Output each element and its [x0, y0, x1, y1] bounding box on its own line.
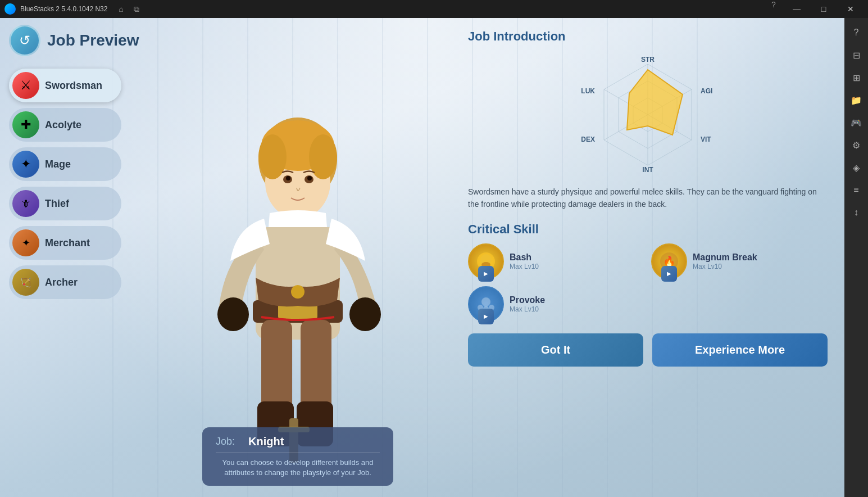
svg-point-17	[349, 297, 381, 331]
job-name-row: Job: Knight	[216, 435, 380, 448]
archer-label: Archer	[45, 277, 78, 288]
close-button[interactable]: ✕	[838, 0, 864, 18]
magnum-info: Magnum Break Max Lv10	[693, 252, 757, 270]
bash-info: Bash Max Lv10	[510, 252, 539, 270]
job-item-swordsman[interactable]: ⚔ Swordsman	[9, 69, 121, 102]
skill-item-magnum: 🔥 ▶ Magnum Break Max Lv10	[651, 243, 828, 279]
svg-point-7	[286, 176, 290, 180]
skills-grid: ▶ Bash Max Lv10 🔥 ▶ Magnum Break Max Lv	[468, 243, 828, 322]
magnum-play-button[interactable]: ▶	[661, 266, 677, 282]
job-list: ⚔ Swordsman ✚ Acolyte ✦ Mage 🗡 Thief ✦ M…	[9, 69, 121, 299]
job-item-archer[interactable]: 🏹 Archer	[9, 265, 121, 299]
bash-level: Max Lv10	[510, 263, 539, 270]
experience-more-button[interactable]: Experience More	[652, 333, 828, 367]
minimize-button[interactable]: —	[784, 0, 810, 18]
radar-chart: STR AGI VIT INT DEX LUK	[468, 53, 828, 177]
action-buttons: Got It Experience More	[468, 333, 828, 367]
provoke-icon-wrap: ▶	[468, 286, 504, 322]
sidebar-diamond-icon[interactable]: ◈	[846, 157, 866, 178]
refresh-icon: ↺	[19, 33, 30, 48]
provoke-level: Max Lv10	[510, 305, 545, 313]
job-item-thief[interactable]: 🗡 Thief	[9, 187, 121, 220]
title-bar: BlueStacks 2 5.4.0.1042 N32 ⌂ ⧉ ? — □ ✕	[0, 0, 868, 18]
svg-text:DEX: DEX	[581, 135, 595, 143]
magnum-icon-wrap: 🔥 ▶	[651, 243, 687, 279]
thief-icon: 🗡	[12, 190, 39, 217]
got-it-button[interactable]: Got It	[468, 333, 643, 367]
bash-icon-wrap: ▶	[468, 243, 504, 279]
sidebar-folder-icon[interactable]: 📁	[846, 90, 866, 110]
job-intro-title: Job Introduction	[468, 29, 828, 44]
acolyte-icon: ✚	[12, 111, 39, 138]
provoke-info: Provoke Max Lv10	[510, 295, 545, 313]
bash-play-button[interactable]: ▶	[478, 266, 494, 282]
svg-text:VIT: VIT	[701, 135, 711, 143]
mage-icon: ✦	[12, 151, 39, 178]
svg-text:AGI: AGI	[701, 87, 712, 95]
svg-point-20	[291, 285, 305, 299]
svg-point-39	[481, 297, 490, 306]
job-info-box: Job: Knight You can choose to develop di…	[202, 427, 393, 486]
provoke-name: Provoke	[510, 295, 545, 305]
job-name: Knight	[248, 435, 284, 448]
job-item-acolyte[interactable]: ✚ Acolyte	[9, 108, 121, 142]
mage-label: Mage	[45, 159, 71, 170]
sidebar-menu-icon[interactable]: ≡	[846, 180, 866, 200]
svg-point-16	[217, 297, 249, 331]
title-bar-left: BlueStacks 2 5.4.0.1042 N32 ⌂ ⧉	[4, 3, 141, 15]
skills-title: Critical Skill	[468, 222, 828, 237]
sidebar-expand-icon[interactable]: ↕	[846, 202, 866, 223]
svg-text:STR: STR	[641, 56, 655, 64]
home-icon[interactable]: ⌂	[116, 4, 125, 13]
skill-item-bash: ▶ Bash Max Lv10	[468, 243, 644, 279]
bash-name: Bash	[510, 252, 539, 263]
game-area: ↺ Job Preview ⚔ Swordsman ✚ Acolyte ✦ Ma…	[0, 18, 844, 497]
provoke-play-button[interactable]: ▶	[478, 309, 494, 324]
job-item-merchant[interactable]: ✦ Merchant	[9, 226, 121, 260]
copy-icon[interactable]: ⧉	[132, 4, 141, 13]
job-intro-description: Swordsmen have a sturdy physique and pow…	[468, 186, 828, 211]
sidebar-gear-icon[interactable]: ⚙	[846, 135, 866, 155]
archer-icon: 🏹	[12, 269, 39, 296]
svg-point-8	[307, 176, 312, 180]
page-title: Job Preview	[47, 31, 139, 49]
bluestacks-logo	[4, 3, 16, 15]
merchant-label: Merchant	[45, 237, 90, 249]
refresh-button[interactable]: ↺	[9, 25, 40, 56]
sidebar-help-icon[interactable]: ?	[846, 22, 866, 43]
sidebar-minus-icon[interactable]: ⊟	[846, 45, 866, 65]
job-description: You can choose to develop different buil…	[216, 458, 380, 478]
window-controls: ? — □ ✕	[769, 0, 864, 18]
job-item-mage[interactable]: ✦ Mage	[9, 147, 121, 181]
title-bar-title: BlueStacks 2 5.4.0.1042 N32	[20, 5, 107, 13]
magnum-level: Max Lv10	[693, 263, 757, 270]
merchant-icon: ✦	[12, 229, 39, 256]
game-header: ↺ Job Preview	[9, 25, 139, 56]
character-area: Job: Knight You can choose to develop di…	[135, 40, 461, 497]
help-icon[interactable]: ?	[769, 0, 778, 9]
swordsman-label: Swordsman	[45, 80, 102, 92]
sidebar-gamepad-icon[interactable]: 🎮	[846, 112, 866, 133]
maximize-button[interactable]: □	[811, 0, 837, 18]
svg-text:INT: INT	[642, 166, 653, 174]
magnum-name: Magnum Break	[693, 252, 757, 263]
swordsman-icon: ⚔	[12, 72, 39, 99]
skill-item-provoke: ▶ Provoke Max Lv10	[468, 286, 644, 322]
thief-label: Thief	[45, 198, 69, 210]
right-sidebar: ? ⊟ ⊞ 📁 🎮 ⚙ ◈ ≡ ↕	[844, 18, 868, 497]
job-label: Job:	[216, 436, 235, 448]
right-panel: Job Introduction	[451, 18, 844, 497]
acolyte-label: Acolyte	[45, 119, 81, 131]
svg-text:LUK: LUK	[581, 87, 595, 95]
radar-svg: STR AGI VIT INT DEX LUK	[569, 53, 726, 177]
character-illustration	[191, 115, 405, 463]
sidebar-grid-icon[interactable]: ⊞	[846, 67, 866, 88]
